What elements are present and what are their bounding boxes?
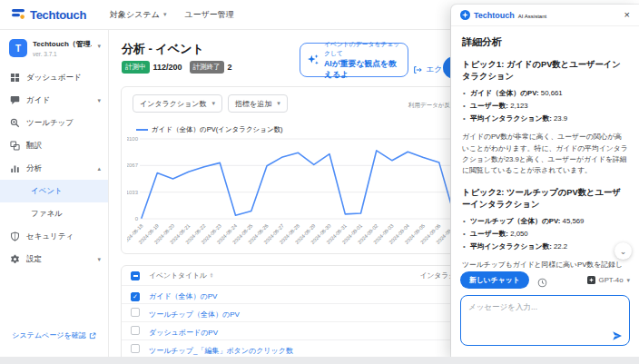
sidebar-item-ダッシュボード[interactable]: ダッシュボード <box>0 66 108 89</box>
sparkles-icon <box>307 54 320 66</box>
measurement-badges: 計測中112/200計測終了2 <box>122 61 232 74</box>
nav-item-1[interactable]: ユーザー管理 <box>184 9 233 21</box>
analytics-icon <box>10 163 20 173</box>
event-title-link[interactable]: ツールチップ_「編集」ボタンのクリック数 <box>149 347 293 355</box>
select-all-checkbox[interactable] <box>131 271 140 280</box>
org-avatar: T <box>9 39 27 57</box>
model-logo-icon <box>587 276 595 284</box>
metric-item: 平均インタラクション数: 22.2 <box>462 241 628 253</box>
org-version: ver. 3.7.1 <box>33 51 92 57</box>
svg-text:1033: 1033 <box>127 190 139 195</box>
sidebar-item-ガイド[interactable]: ガイド▾ <box>0 89 108 112</box>
topic-heading-1: トピック1: ガイドのPV数とユーザーインタラクション <box>462 59 628 84</box>
status-badge-1: 計測終了2 <box>190 61 232 74</box>
metric-item: ユーザー数: 2,050 <box>462 228 628 241</box>
sort-icon: ▲▼ <box>210 273 213 278</box>
chevron-down-icon: ▾ <box>97 256 101 263</box>
grid-icon <box>10 73 20 83</box>
row-checkbox[interactable] <box>131 344 140 353</box>
analysis-title: 詳細分析 <box>462 35 628 49</box>
event-title-link[interactable]: ダッシュボードのPV <box>149 329 218 337</box>
chat-message-input[interactable] <box>460 295 630 346</box>
scroll-down-button[interactable]: ⌄ <box>614 242 632 260</box>
callout-line1: イベントのデータをチェックして <box>324 40 401 58</box>
event-title-link[interactable]: ガイド（全体）のPV <box>149 292 217 300</box>
ai-panel-subtitle: AI Assistant <box>518 14 546 19</box>
chevron-down-icon: ▾ <box>626 277 630 284</box>
shield-icon <box>10 231 20 241</box>
close-icon[interactable]: × <box>624 10 630 20</box>
gear-icon <box>10 254 20 264</box>
export-icon <box>413 65 422 74</box>
chat-input-area <box>460 295 630 346</box>
topic-paragraph-1: ガイドのPV数が非常に高く、ユーザーの関心が高いことがわかります。特に、ガイドの… <box>462 132 628 177</box>
callout-line2: AIが重要な観点を教えるよ <box>324 59 401 81</box>
org-selector[interactable]: T Techtouch（管理... ver. 3.7.1 ▾ <box>0 30 108 66</box>
svg-text:0: 0 <box>135 216 139 221</box>
ai-callout-bubble[interactable]: イベントのデータをチェックして AIが重要な観点を教えるよ <box>300 43 408 77</box>
metric-dropdown[interactable]: インタラクション数 ▾ <box>133 94 222 113</box>
chevron-down-icon: ▾ <box>97 97 101 104</box>
techtouch-logo-icon <box>11 8 25 21</box>
navbar-items: 対象システム▾ユーザー管理 <box>110 9 234 21</box>
legend-line-swatch <box>136 129 148 131</box>
chevron-up-icon: ▴ <box>97 165 101 172</box>
ai-assistant-logo-icon <box>460 10 470 20</box>
ai-assistant-panel: Techtouch AI Assistant × 詳細分析 トピック1: ガイド… <box>451 5 639 357</box>
metric-item: ガイド（全体）のPV: 50,661 <box>462 87 628 100</box>
sidebar-item-設定[interactable]: 設定▾ <box>0 248 108 271</box>
nav-item-0[interactable]: 対象システム▾ <box>110 9 166 21</box>
topic-paragraph-2: ツールチップもガイドと同様に高いPV数を記録しており、ユーザーの利用頻度が高いこ… <box>462 260 628 269</box>
translate-icon <box>10 141 20 151</box>
model-select[interactable]: GPT-4o ▾ <box>587 276 630 284</box>
sidebar: T Techtouch（管理... ver. 3.7.1 ▾ ダッシュボードガイ… <box>0 30 109 357</box>
sidebar-item-翻訳[interactable]: 翻訳 <box>0 134 108 157</box>
metric-item: ツールチップ（全体）のPV: 45,569 <box>462 215 628 228</box>
analysis-topics: トピック1: ガイドのPV数とユーザーインタラクションガイド（全体）のPV: 5… <box>462 59 628 269</box>
sidebar-item-イベント[interactable]: イベント <box>0 180 108 202</box>
system-page-link[interactable]: システムページを確認 <box>0 330 108 340</box>
app-logo[interactable]: Techtouch <box>11 8 86 22</box>
svg-text:2067: 2067 <box>127 162 139 168</box>
topic-metrics-2: ツールチップ（全体）のPV: 45,569ユーザー数: 2,050平均インタラク… <box>462 215 628 253</box>
chevron-down-icon: ▾ <box>212 100 216 107</box>
sidebar-item-分析[interactable]: 分析▴ <box>0 157 108 180</box>
sidebar-item-ファネル[interactable]: ファネル <box>0 202 108 225</box>
topic-heading-2: トピック2: ツールチップのPV数とユーザーインタラクション <box>462 187 628 212</box>
event-title-link[interactable]: ツールチップ（全体）のPV <box>149 310 240 319</box>
ai-panel-brand: Techtouch <box>474 11 515 20</box>
col-event-title[interactable]: イベントタイトル▲▼ <box>149 266 401 285</box>
app-window: Techtouch 対象システム▾ユーザー管理 T Techtouch（管理..… <box>0 0 639 364</box>
page-title: 分析 - イベント <box>122 41 204 57</box>
ai-panel-body: 詳細分析 トピック1: ガイドのPV数とユーザーインタラクションガイド（全体）の… <box>451 26 639 269</box>
sidebar-item-セキュリティ[interactable]: セキュリティ <box>0 225 108 248</box>
row-checkbox[interactable]: ✓ <box>131 292 140 301</box>
row-checkbox[interactable] <box>131 308 140 317</box>
external-link-icon <box>89 332 96 339</box>
logo-text: Techtouch <box>30 8 86 22</box>
ai-panel-footer: 新しいチャット GPT-4o ▾ <box>451 269 639 292</box>
chevron-down-icon: ▾ <box>97 39 101 50</box>
tooltip-icon <box>10 118 20 128</box>
chevron-down-icon: ▾ <box>277 100 280 107</box>
new-chat-button[interactable]: 新しいチャット <box>460 271 529 289</box>
page-edge <box>0 357 639 364</box>
row-checkbox[interactable] <box>131 326 140 335</box>
sidebar-menu: ダッシュボードガイド▾ツールチップ翻訳分析▴イベントファネルセキュリティ設定▾ <box>0 66 108 271</box>
topic-metrics-1: ガイド（全体）のPV: 50,661ユーザー数: 2,123平均インタラクション… <box>462 87 628 125</box>
org-name: Techtouch（管理... <box>33 39 92 49</box>
chat-bubble-icon <box>10 95 20 105</box>
add-metric-dropdown[interactable]: 指標を追加 ▾ <box>228 94 288 113</box>
send-icon[interactable] <box>612 329 623 339</box>
metric-item: ユーザー数: 2,123 <box>462 100 628 113</box>
history-clock-icon[interactable] <box>537 275 547 285</box>
sidebar-item-ツールチップ[interactable]: ツールチップ <box>0 112 108 134</box>
metric-item: 平均インタラクション数: 23.9 <box>462 113 628 125</box>
status-badge-0: 計測中112/200 <box>122 61 182 74</box>
ai-panel-header: Techtouch AI Assistant × <box>451 5 639 26</box>
chevron-down-icon: ▾ <box>163 11 167 18</box>
svg-text:3100: 3100 <box>127 136 139 142</box>
